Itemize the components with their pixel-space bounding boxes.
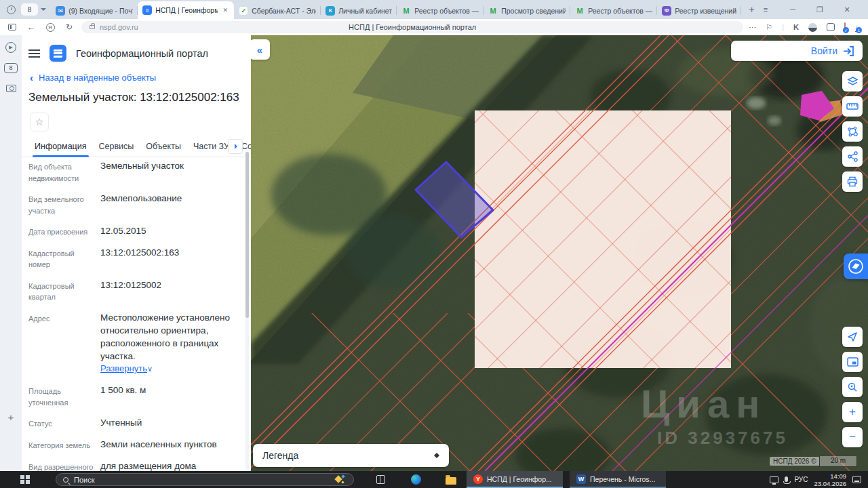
task-app-icon — [576, 474, 586, 484]
rail-add-icon[interactable]: + — [4, 410, 18, 424]
browser-tab[interactable]: Сбербанк-АСТ - Электр ✕ — [234, 3, 321, 19]
zoom-in-button[interactable]: + — [842, 402, 863, 422]
task-app-icon — [473, 474, 483, 484]
copilot-icon[interactable] — [333, 474, 347, 485]
start-button[interactable] — [20, 475, 30, 485]
browser-tab[interactable]: Реестр объектов — Спи ✕ — [570, 3, 657, 19]
tab-favicon-icon — [401, 6, 411, 16]
menu-icon[interactable] — [28, 49, 40, 58]
minimize-button[interactable]: ─ — [787, 3, 799, 16]
map-scale: 20 m — [819, 456, 857, 467]
screenshot-icon[interactable] — [4, 81, 18, 95]
new-tab-button[interactable]: + — [744, 1, 760, 18]
browser-tab-bar: 8 (9) Входящие - Почта М ✕ НСПД | Геоинф… — [0, 0, 868, 19]
updown-chevron-icon — [434, 450, 439, 461]
expand-link[interactable]: Развернуть — [100, 363, 153, 373]
browser-tab[interactable]: Реестр извещений ✕ — [657, 3, 741, 19]
restore-button[interactable]: ❐ — [814, 3, 826, 16]
attribute-row: Дата присвоения 12.05.2015 — [28, 225, 245, 238]
legend-label: Легенда — [262, 450, 298, 461]
tab-group-chip[interactable]: 8 — [21, 3, 38, 16]
edge-icon[interactable] — [407, 472, 425, 487]
tab-close-icon[interactable]: ✕ — [221, 6, 229, 14]
search-location-button[interactable] — [842, 377, 863, 397]
tab-title: Реестр объектов — Спи — [588, 7, 652, 15]
more-actions-icon[interactable]: ⋯ — [749, 23, 756, 32]
legend-select[interactable]: Легенда — [253, 444, 449, 467]
login-bar[interactable]: Войти — [731, 41, 863, 61]
attribute-value: 13:12:0125002 — [96, 279, 245, 303]
reload-icon[interactable]: ↻ — [62, 20, 76, 34]
panel-scrollbar[interactable] — [245, 152, 249, 470]
attribute-row: Кадастровый квартал 13:12:0125002 — [28, 279, 245, 303]
app-title: Геоинформационный портал — [76, 48, 208, 59]
back-to-results-link[interactable]: ‹ Назад в найденные объекты — [30, 73, 251, 83]
tab-title: Сбербанк-АСТ - Электр — [252, 7, 316, 15]
downloads-icon[interactable]: ↓1 — [855, 23, 859, 31]
tab-title: Реестр извещений — [675, 7, 736, 15]
microphone-icon[interactable] — [785, 476, 788, 482]
cadastral-quarter-area[interactable] — [475, 110, 731, 368]
tab-group-caret-icon[interactable] — [38, 3, 48, 16]
attribute-row: Вид объекта недвижимости Земельный участ… — [28, 160, 245, 184]
attribute-value: 1 500 кв. м — [96, 384, 245, 408]
taskbar-task[interactable]: НСПД | Геоинфор... — [467, 471, 563, 488]
scrollbar-thumb[interactable] — [245, 152, 249, 318]
side-panel-icon[interactable] — [5, 20, 19, 34]
layers-button[interactable] — [842, 71, 863, 92]
taskbar-task[interactable]: Перечень - Micros... — [570, 471, 666, 488]
url-text: nspd.gov.ru — [100, 23, 138, 31]
area-measure-button[interactable] — [842, 121, 863, 142]
site-security-icon[interactable] — [90, 25, 95, 29]
cadastral-map-canvas[interactable] — [251, 35, 868, 471]
browser-tab[interactable]: (9) Входящие - Почта М ✕ — [51, 3, 138, 19]
browser-tab[interactable]: НСПД | Геоинформац ✕ — [138, 1, 234, 19]
url-field[interactable]: nspd.gov.ru НСПД | Геоинформационный пор… — [81, 21, 743, 33]
attribute-label: Статус — [28, 417, 96, 430]
extension-icon[interactable] — [827, 23, 835, 31]
taskbar-search[interactable]: Поиск — [56, 473, 354, 486]
browser-tab[interactable]: Личный кабинет ✕ — [321, 3, 397, 19]
network-icon[interactable] — [770, 476, 778, 483]
language-indicator[interactable]: РУС — [794, 476, 808, 483]
attribute-value: для размещения дома индивидуальной жилой… — [96, 460, 245, 471]
print-button[interactable] — [842, 171, 863, 192]
file-explorer-icon[interactable] — [442, 472, 460, 487]
yandex-home-icon[interactable]: Я — [43, 20, 57, 34]
tab-favicon-icon — [56, 6, 65, 16]
history-icon[interactable] — [4, 2, 18, 17]
clock[interactable]: 14:09 23.04.2026 — [814, 472, 846, 487]
assistant-button[interactable] — [844, 253, 868, 279]
task-view-button[interactable] — [372, 472, 389, 487]
map-area[interactable]: Циан ID 32937675 « Войти — [251, 35, 868, 471]
tab-counter[interactable]: 8 — [4, 61, 18, 75]
attribute-value: Земли населенных пунктов — [96, 439, 245, 451]
zoom-out-button[interactable]: − — [842, 427, 863, 447]
kaspersky-extension-icon[interactable]: K — [793, 23, 799, 31]
page-report-icon[interactable]: ✓ — [844, 23, 846, 31]
favorite-star-button[interactable]: ☆ — [30, 113, 49, 131]
time: 14:09 — [814, 472, 846, 480]
browser-tab[interactable]: Реестр объектов — Спи ✕ — [397, 3, 484, 19]
browser-tab[interactable]: Просмотр сведений ЕГР ✕ — [484, 3, 570, 19]
locate-button[interactable] — [842, 327, 863, 347]
attribute-value: 13:12:0125002:163 — [96, 247, 245, 270]
alice-extension-icon[interactable] — [808, 23, 817, 32]
ruler-button[interactable] — [842, 96, 863, 117]
video-icon[interactable]: ▶ — [4, 41, 18, 54]
nspd-logo-icon — [50, 45, 66, 62]
back-icon[interactable]: ← — [24, 20, 38, 34]
close-window-button[interactable]: ✕ — [841, 3, 853, 16]
minimap-button[interactable] — [842, 352, 863, 372]
collapse-panel-button[interactable]: « — [251, 39, 270, 60]
tab-title: НСПД | Геоинформац — [155, 6, 218, 14]
share-button[interactable] — [842, 146, 863, 167]
notification-center-icon[interactable] — [852, 476, 861, 483]
tab-title: (9) Входящие - Почта М — [68, 7, 133, 15]
attribute-label: Кадастровый номер — [28, 247, 96, 270]
bookmark-icon[interactable]: ⚐ — [766, 23, 772, 32]
page-title-centered: НСПД | Геоинформационный портал — [81, 23, 743, 31]
tab-favicon-icon — [239, 6, 248, 16]
browser-menu-icon[interactable]: ≡ — [760, 3, 772, 16]
attribute-label: Площадь уточненная — [28, 384, 96, 408]
